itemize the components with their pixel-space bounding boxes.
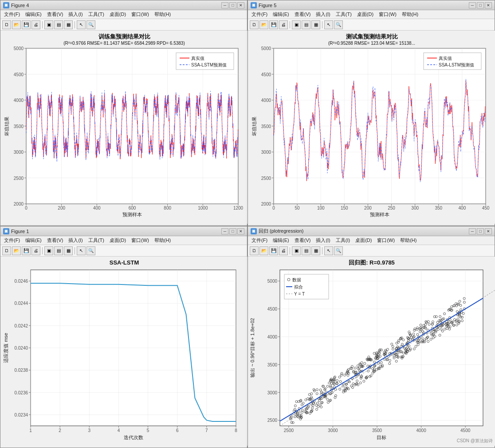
reg-close[interactable]: ✕ xyxy=(485,228,492,234)
fig5-tb-print[interactable]: 🖨 xyxy=(279,20,288,29)
fig1-maximize[interactable]: □ xyxy=(229,228,236,234)
fig5-minimize[interactable]: ─ xyxy=(469,2,476,8)
fig4-minimize[interactable]: ─ xyxy=(221,2,228,8)
fig1-tb-zoom[interactable]: 🔍 xyxy=(86,246,95,255)
fig1-tb-save[interactable]: 💾 xyxy=(22,246,31,255)
fig4-tb-save[interactable]: 💾 xyxy=(22,20,31,29)
fig4-maximize[interactable]: □ xyxy=(229,2,236,8)
fig5-tb-new[interactable]: 🗋 xyxy=(250,20,259,29)
fig4-tb-print[interactable]: 🖨 xyxy=(31,20,40,29)
figure1-window: ▣ Figure 1 ─ □ ✕ 文件(F) 编辑(E) 查看(V) 插入(I)… xyxy=(0,226,248,448)
fig4-menu-window[interactable]: 窗口(W) xyxy=(129,10,152,19)
fig4-tb-b2[interactable]: ▤ xyxy=(54,20,63,29)
reg-tb-zoom[interactable]: 🔍 xyxy=(334,246,343,255)
fig4-plot xyxy=(0,31,248,224)
fig5-icon: ▣ xyxy=(251,2,257,8)
fig5-tb-save[interactable]: 💾 xyxy=(269,20,278,29)
fig1-tb-new[interactable]: 🗋 xyxy=(2,246,11,255)
fig1-icon: ▣ xyxy=(3,228,9,234)
fig5-menu-tools[interactable]: 工具(T) xyxy=(333,10,354,19)
fig4-close[interactable]: ✕ xyxy=(237,2,244,8)
fig5-menu-view[interactable]: 查看(V) xyxy=(292,10,314,19)
fig4-tb-cursor[interactable]: ↖ xyxy=(77,20,86,29)
fig1-tb-b2[interactable]: ▤ xyxy=(54,246,63,255)
reg-tb-b2[interactable]: ▤ xyxy=(302,246,310,255)
fig5-title: Figure 5 xyxy=(259,3,469,8)
fig4-menubar: 文件(F) 编辑(E) 查看(V) 插入(I) 工具(T) 桌面(D) 窗口(W… xyxy=(0,10,247,19)
fig4-tb-new[interactable]: 🗋 xyxy=(2,20,11,29)
reg-menu-desktop[interactable]: 桌面(D) xyxy=(353,236,374,245)
fig1-menu-tools[interactable]: 工具(T) xyxy=(86,236,107,245)
fig5-tb-zoom[interactable]: 🔍 xyxy=(334,20,343,29)
fig1-tb-cursor[interactable]: ↖ xyxy=(77,246,86,255)
reg-icon: ▣ xyxy=(251,228,257,234)
fig4-titlebar[interactable]: ▣ Figure 4 ─ □ ✕ xyxy=(0,0,247,10)
fig5-menubar: 文件(F) 编辑(E) 查看(V) 插入(I) 工具(T) 桌面(D) 窗口(W… xyxy=(248,10,495,19)
reg-menu-insert[interactable]: 插入(I) xyxy=(313,236,333,245)
fig5-menu-insert[interactable]: 插入(I) xyxy=(313,10,333,19)
fig4-menu-edit[interactable]: 编辑(E) xyxy=(23,10,44,19)
reg-menu-tools[interactable]: 工具(I) xyxy=(333,236,353,245)
fig5-menu-file[interactable]: 文件(F) xyxy=(249,10,270,19)
fig1-plot xyxy=(0,257,248,446)
fig4-menu-tools[interactable]: 工具(T) xyxy=(86,10,107,19)
fig1-tb-b3[interactable]: ▦ xyxy=(64,246,73,255)
fig5-menu-edit[interactable]: 编辑(E) xyxy=(270,10,292,19)
fig5-tb-b3[interactable]: ▦ xyxy=(311,20,320,29)
fig1-tb-b1[interactable]: ▣ xyxy=(44,246,53,255)
fig5-menu-window[interactable]: 窗口(W) xyxy=(376,10,399,19)
fig5-close[interactable]: ✕ xyxy=(485,2,492,8)
fig4-menu-help[interactable]: 帮助(H) xyxy=(152,10,173,19)
fig5-tb-b2[interactable]: ▤ xyxy=(302,20,310,29)
fig4-menu-view[interactable]: 查看(V) xyxy=(44,10,66,19)
fig4-tb-b3[interactable]: ▦ xyxy=(64,20,73,29)
reg-maximize[interactable]: □ xyxy=(477,228,484,234)
fig1-tb-print[interactable]: 🖨 xyxy=(31,246,40,255)
reg-tb-new[interactable]: 🗋 xyxy=(250,246,259,255)
reg-menu-edit[interactable]: 编辑(E) xyxy=(270,236,292,245)
fig1-close[interactable]: ✕ xyxy=(237,228,244,234)
fig1-menubar: 文件(F) 编辑(E) 查看(V) 插入(I) 工具(T) 桌面(D) 窗口(W… xyxy=(0,236,247,245)
fig1-menu-desktop[interactable]: 桌面(D) xyxy=(107,236,129,245)
reg-tb-cursor[interactable]: ↖ xyxy=(324,246,333,255)
fig1-menu-help[interactable]: 帮助(H) xyxy=(152,236,173,245)
fig1-menu-view[interactable]: 查看(V) xyxy=(44,236,66,245)
fig4-title: Figure 4 xyxy=(11,3,221,8)
reg-menubar: 文件(F) 编辑(E) 查看(V) 插入(I) 工具(I) 桌面(D) 窗口(W… xyxy=(248,236,495,245)
reg-menu-file[interactable]: 文件(F) xyxy=(249,236,270,245)
reg-tb-b1[interactable]: ▣ xyxy=(292,246,301,255)
fig1-menu-insert[interactable]: 插入(I) xyxy=(66,236,85,245)
fig5-menu-desktop[interactable]: 桌面(D) xyxy=(354,10,376,19)
fig4-tb-zoom[interactable]: 🔍 xyxy=(86,20,95,29)
reg-menu-window[interactable]: 窗口(W) xyxy=(374,236,397,245)
fig5-tb-cursor[interactable]: ↖ xyxy=(324,20,333,29)
fig5-menu-help[interactable]: 帮助(H) xyxy=(399,10,421,19)
reg-tb-open[interactable]: 📂 xyxy=(259,246,268,255)
fig4-menu-file[interactable]: 文件(F) xyxy=(1,10,23,19)
figure4-window: ▣ Figure 4 ─ □ ✕ 文件(F) 编辑(E) 查看(V) 插入(I)… xyxy=(0,0,248,226)
reg-menu-view[interactable]: 查看(V) xyxy=(292,236,314,245)
fig5-tb-open[interactable]: 📂 xyxy=(259,20,268,29)
figure5-window: ▣ Figure 5 ─ □ ✕ 文件(F) 编辑(E) 查看(V) 插入(I)… xyxy=(248,0,495,226)
fig1-menu-edit[interactable]: 编辑(E) xyxy=(23,236,44,245)
fig1-minimize[interactable]: ─ xyxy=(221,228,228,234)
fig1-titlebar[interactable]: ▣ Figure 1 ─ □ ✕ xyxy=(0,226,247,236)
fig1-menu-window[interactable]: 窗口(W) xyxy=(129,236,152,245)
reg-tb-b3[interactable]: ▦ xyxy=(311,246,320,255)
fig5-maximize[interactable]: □ xyxy=(477,2,484,8)
reg-tb-print[interactable]: 🖨 xyxy=(279,246,288,255)
reg-minimize[interactable]: ─ xyxy=(469,228,476,234)
fig1-tb-open[interactable]: 📂 xyxy=(12,246,21,255)
fig4-menu-desktop[interactable]: 桌面(D) xyxy=(107,10,129,19)
fig4-tb-b1[interactable]: ▣ xyxy=(44,20,53,29)
fig4-tb-open[interactable]: 📂 xyxy=(12,20,21,29)
fig1-title: Figure 1 xyxy=(11,229,221,234)
reg-menu-help[interactable]: 帮助(H) xyxy=(397,236,419,245)
reg-tb-save[interactable]: 💾 xyxy=(269,246,278,255)
fig4-menu-insert[interactable]: 插入(I) xyxy=(66,10,85,19)
fig1-menu-file[interactable]: 文件(F) xyxy=(1,236,23,245)
reg-titlebar[interactable]: ▣ 回归 (plotregression) ─ □ ✕ xyxy=(248,226,495,236)
fig5-tb-b1[interactable]: ▣ xyxy=(292,20,301,29)
fig1-toolbar: 🗋 📂 💾 🖨 ▣ ▤ ▦ ↖ 🔍 xyxy=(0,245,247,257)
fig5-titlebar[interactable]: ▣ Figure 5 ─ □ ✕ xyxy=(248,0,495,10)
